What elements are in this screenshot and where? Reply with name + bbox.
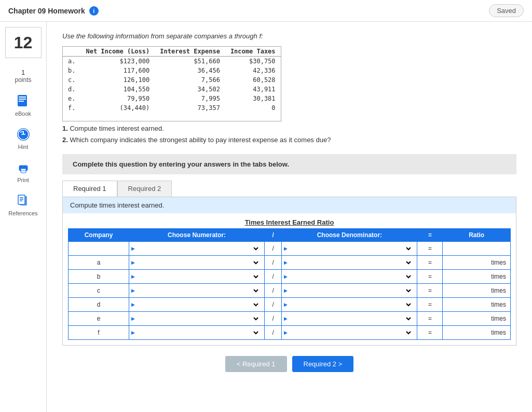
saved-button[interactable]: Saved [489,4,524,17]
table-row-f: f / = [69,326,511,340]
slash-d: / [265,298,282,312]
instruction-2: 2. Which company indicates the strongest… [62,134,516,146]
intro-text: Use the following information from separ… [62,32,516,40]
col-slash-header: / [265,229,282,242]
equals-b: = [417,270,443,284]
info-icon[interactable]: i [89,6,99,16]
denominator-dropdown-f[interactable] [282,326,417,340]
sidebar-item-print[interactable]: Print [16,160,31,183]
prev-button[interactable]: < Required 1 [225,356,287,372]
table-row: a. $123,000 $51,660 $30,750 [63,57,281,66]
instruction-1: 1. Compute times interest earned. [62,123,516,134]
company-d: d [69,298,129,312]
denominator-dropdown-header[interactable] [282,242,417,256]
numerator-dropdown-f[interactable] [129,326,265,340]
references-icon [16,194,30,208]
complete-text: Complete this question by entering your … [73,160,289,168]
sidebar-item-ebook[interactable]: eBook [15,94,31,117]
question-number: 12 [14,33,33,52]
company-a: a [69,256,129,270]
denominator-dropdown-d[interactable] [282,298,417,312]
numerator-dropdown-c[interactable] [129,284,265,298]
slash-e: / [265,312,282,326]
company-f: f [69,326,129,340]
svg-rect-3 [19,101,24,102]
company-e: e [69,312,129,326]
numerator-select-d[interactable] [133,300,260,309]
table-row: d. 104,550 34,502 43,911 [63,85,281,94]
col-net-income-header: Net Income (Loss) [80,47,155,57]
data-table-wrapper: Net Income (Loss) Interest Expense Incom… [62,46,281,121]
equals-c: = [417,284,443,298]
print-icon [16,160,31,175]
col-ratio-header: Ratio [443,229,511,242]
slash-f: / [265,326,282,340]
sidebar-item-references[interactable]: References [8,194,37,216]
numerator-select-f[interactable] [133,328,260,337]
slash-b: / [265,270,282,284]
denominator-dropdown-a[interactable] [282,256,417,270]
numerator-dropdown-b[interactable] [129,270,265,284]
complete-box: Complete this question by entering your … [62,154,516,174]
next-label: Required 2 > [304,360,343,368]
denominator-select-b[interactable] [286,272,413,281]
denominator-select-e[interactable] [286,314,413,323]
content-area: Use the following information from separ… [47,22,532,412]
question-number-box: 12 [5,27,42,58]
col-label-empty [63,47,80,57]
references-label: References [8,210,37,216]
col-interest-header: Interest Expense [155,47,225,57]
table-row: b. 117,600 36,456 42,336 [63,66,281,75]
table-row-a: a / = [69,256,511,270]
points-value: 1 [15,68,31,76]
denominator-select-header[interactable] [286,244,413,253]
tabs: Required 1 Required 2 [62,181,516,197]
numerator-dropdown-e[interactable] [129,312,265,326]
numerator-select-e[interactable] [133,314,260,323]
tab-header-text: Compute times interest earned. [70,201,164,209]
denominator-select-f[interactable] [286,328,413,337]
ratio-table-title: Times Interest Earned Ratio [68,218,511,226]
top-bar: Chapter 09 Homework i Saved [0,0,532,22]
bottom-nav: < Required 1 Required 2 > [62,356,516,382]
ratio-table: Company Choose Numerator: / Choose Denom… [68,228,511,340]
equals-e: = [417,312,443,326]
tab-content: Compute times interest earned. Times Int… [62,197,516,346]
numerator-dropdown-header[interactable] [129,242,265,256]
table-row-d: d / = [69,298,511,312]
denominator-select-a[interactable] [286,258,413,267]
equals-header: = [417,242,443,256]
ratio-d: times [443,298,511,312]
col-denominator-header: Choose Denominator: [282,229,417,242]
tab-required2[interactable]: Required 2 [117,181,172,197]
denominator-dropdown-e[interactable] [282,312,417,326]
denominator-select-d[interactable] [286,300,413,309]
points-label: points [15,76,31,84]
points-info: 1 points [15,68,31,84]
svg-rect-2 [19,99,26,100]
numerator-dropdown-d[interactable] [129,298,265,312]
table-row-b: b / = [69,270,511,284]
table-row-header: / = [69,242,511,256]
ratio-b: times [443,270,511,284]
print-label: Print [17,177,29,183]
next-button[interactable]: Required 2 > [292,356,354,372]
numerator-dropdown-a[interactable] [129,256,265,270]
equals-d: = [417,298,443,312]
numerator-select-c[interactable] [133,286,260,295]
denominator-select-c[interactable] [286,286,413,295]
denominator-dropdown-c[interactable] [282,284,417,298]
numerator-select-header[interactable] [133,244,260,253]
company-empty [69,242,129,256]
ratio-a: times [443,256,511,270]
ratio-header [443,242,511,256]
tab-required1[interactable]: Required 1 [62,181,117,197]
denominator-dropdown-b[interactable] [282,270,417,284]
table-row: e. 79,950 7,995 30,381 [63,94,281,103]
numerator-select-b[interactable] [133,272,260,281]
sidebar-item-hint[interactable]: Hint [16,127,31,150]
numerator-select-a[interactable] [133,258,260,267]
hint-label: Hint [18,144,29,150]
slash-c: / [265,284,282,298]
instructions: 1. Compute times interest earned. 2. Whi… [62,123,516,146]
